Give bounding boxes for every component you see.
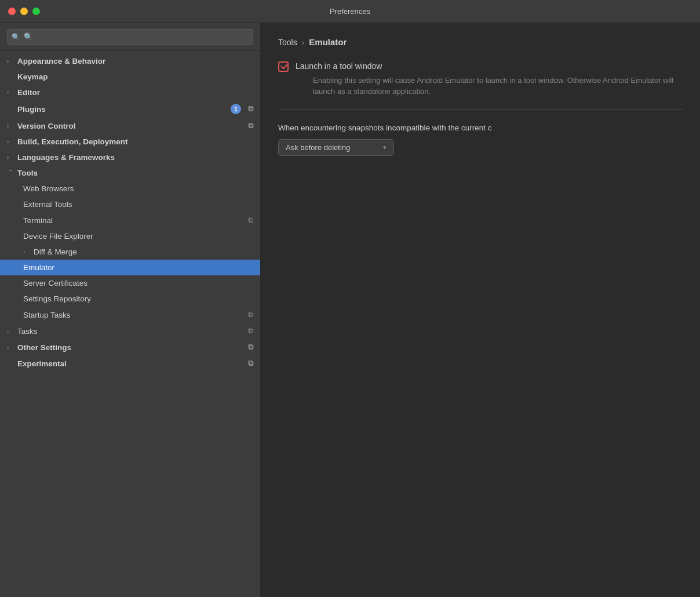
- sidebar-item-label: Device File Explorer: [23, 232, 93, 241]
- copy-icon: ⧉: [248, 343, 253, 352]
- chevron-down-icon: ›: [8, 170, 14, 177]
- launch-checkbox[interactable]: [278, 61, 289, 72]
- sidebar: 🔍 › Appearance & Behavior Keymap › Edito…: [0, 23, 261, 597]
- sidebar-item-label: Startup Tasks: [23, 311, 71, 319]
- sidebar-item-terminal[interactable]: Terminal ⧉: [0, 212, 260, 228]
- minimize-button[interactable]: [20, 8, 28, 15]
- search-wrapper: 🔍: [7, 29, 253, 45]
- window-title: Preferences: [330, 7, 370, 16]
- sidebar-item-plugins[interactable]: Plugins 1 ⧉: [0, 100, 260, 118]
- sidebar-item-external-tools[interactable]: External Tools: [0, 196, 260, 212]
- copy-icon: ⧉: [248, 121, 253, 130]
- copy-icon: ⧉: [248, 310, 253, 319]
- chevron-icon: ›: [7, 328, 14, 334]
- copy-icon: ⧉: [248, 326, 253, 336]
- snapshot-section: When encountering snapshots incompatible…: [278, 123, 683, 156]
- copy-icon: ⧉: [248, 104, 253, 114]
- sidebar-item-experimental[interactable]: Experimental ⧉: [0, 355, 260, 372]
- content-area: Tools › Emulator Launch in a tool window…: [261, 23, 700, 597]
- launch-checkbox-wrapper[interactable]: [278, 61, 290, 73]
- dropdown-arrow-icon: ▾: [383, 144, 387, 151]
- sidebar-item-label: Languages & Frameworks: [17, 153, 115, 162]
- sidebar-item-label: Experimental: [17, 359, 67, 368]
- sidebar-item-label: Diff & Merge: [34, 247, 77, 256]
- main-layout: 🔍 › Appearance & Behavior Keymap › Edito…: [0, 23, 700, 597]
- breadcrumb-separator: ›: [302, 38, 305, 47]
- sidebar-item-label: Server Certificates: [23, 279, 88, 287]
- checkbox-area: Launch in a tool window Enabling this se…: [278, 61, 683, 97]
- sidebar-item-label: Web Browsers: [23, 184, 74, 193]
- window-controls: [8, 8, 40, 15]
- sidebar-item-emulator[interactable]: Emulator: [0, 260, 260, 275]
- breadcrumb: Tools › Emulator: [278, 37, 683, 47]
- sidebar-item-label: Emulator: [23, 263, 54, 272]
- chevron-icon: ›: [7, 139, 14, 145]
- sidebar-item-device-file-explorer[interactable]: Device File Explorer: [0, 228, 260, 244]
- snapshot-label: When encountering snapshots incompatible…: [278, 123, 683, 132]
- plugins-badge: 1: [231, 104, 241, 114]
- sidebar-item-tools[interactable]: › Tools: [0, 165, 260, 181]
- chevron-placeholder: [7, 74, 14, 80]
- chevron-icon: ›: [7, 154, 14, 161]
- sidebar-item-editor[interactable]: › Editor: [0, 85, 260, 100]
- sidebar-item-label: Tasks: [17, 327, 38, 336]
- setting-description: Enabling this setting will cause Android…: [313, 75, 683, 97]
- sidebar-item-settings-repository[interactable]: Settings Repository: [0, 291, 260, 307]
- search-icon: 🔍: [12, 33, 20, 41]
- sidebar-item-label: Terminal: [23, 216, 53, 225]
- dropdown-value: Ask before deleting: [286, 143, 378, 152]
- sidebar-item-appearance[interactable]: › Appearance & Behavior: [0, 53, 260, 69]
- sidebar-item-tasks[interactable]: › Tasks ⧉: [0, 323, 260, 339]
- sidebar-item-build[interactable]: › Build, Execution, Deployment: [0, 134, 260, 150]
- sidebar-item-label: Tools: [17, 169, 38, 177]
- snapshot-dropdown[interactable]: Ask before deleting ▾: [278, 139, 394, 156]
- sidebar-item-label: Appearance & Behavior: [17, 57, 105, 65]
- copy-icon: ⧉: [248, 359, 253, 368]
- divider: [278, 109, 683, 110]
- setting-text-area: Launch in a tool window Enabling this se…: [296, 61, 683, 97]
- sidebar-item-version-control[interactable]: › Version Control ⧉: [0, 118, 260, 134]
- sidebar-item-label: Build, Execution, Deployment: [17, 137, 128, 146]
- search-input[interactable]: [7, 29, 253, 45]
- sidebar-item-languages[interactable]: › Languages & Frameworks: [0, 150, 260, 165]
- sidebar-item-web-browsers[interactable]: Web Browsers: [0, 181, 260, 196]
- maximize-button[interactable]: [32, 8, 40, 15]
- sidebar-item-label: Plugins: [17, 105, 46, 114]
- sidebar-item-label: Editor: [17, 88, 40, 97]
- chevron-icon: ›: [7, 89, 14, 96]
- sidebar-item-label: Version Control: [17, 122, 76, 130]
- breadcrumb-parent: Tools: [278, 38, 297, 47]
- sidebar-item-label: Keymap: [17, 72, 48, 81]
- sidebar-item-server-certificates[interactable]: Server Certificates: [0, 275, 260, 291]
- copy-icon: ⧉: [248, 216, 253, 225]
- chevron-icon: ›: [7, 344, 14, 351]
- launch-tool-window-setting: Launch in a tool window Enabling this se…: [278, 61, 683, 97]
- breadcrumb-current: Emulator: [309, 37, 347, 47]
- sidebar-item-label: Other Settings: [17, 343, 71, 352]
- chevron-icon: ›: [7, 58, 14, 64]
- sidebar-item-diff-merge[interactable]: › Diff & Merge: [0, 244, 260, 260]
- sidebar-item-startup-tasks[interactable]: Startup Tasks ⧉: [0, 307, 260, 323]
- setting-label: Launch in a tool window: [296, 61, 683, 72]
- chevron-placeholder: [7, 106, 14, 112]
- chevron-placeholder: [7, 361, 14, 367]
- search-bar: 🔍: [0, 23, 260, 51]
- chevron-icon: ›: [23, 249, 30, 255]
- chevron-icon: ›: [7, 123, 14, 129]
- sidebar-item-other-settings[interactable]: › Other Settings ⧉: [0, 339, 260, 355]
- sidebar-item-label: External Tools: [23, 200, 72, 209]
- sidebar-item-label: Settings Repository: [23, 294, 91, 303]
- title-bar: Preferences: [0, 0, 700, 23]
- nav-section: › Appearance & Behavior Keymap › Editor …: [0, 51, 260, 374]
- sidebar-item-keymap[interactable]: Keymap: [0, 69, 260, 85]
- close-button[interactable]: [8, 8, 16, 15]
